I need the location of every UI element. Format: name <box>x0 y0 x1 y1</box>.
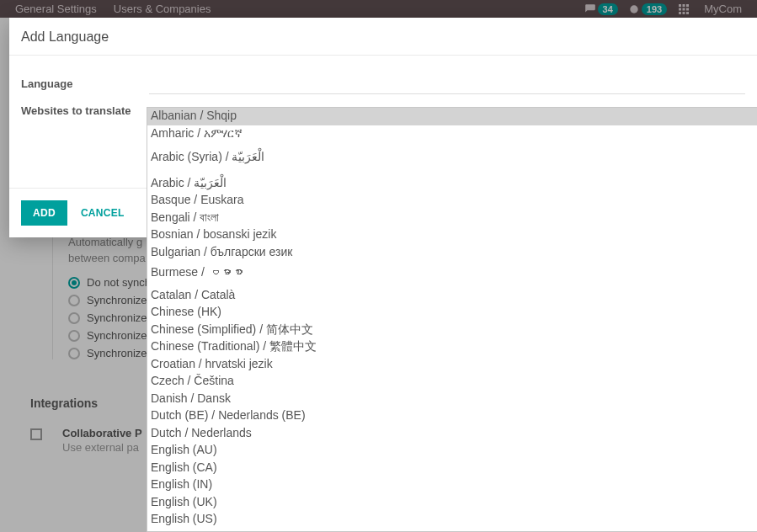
language-option[interactable]: Albanian / Shqip <box>147 108 757 125</box>
language-option[interactable]: Arabic (Syria) / الْعَرَبيّة <box>147 149 757 167</box>
language-input[interactable] <box>149 77 745 94</box>
language-option[interactable]: English (AU) <box>147 442 757 460</box>
label-language: Language <box>21 77 149 94</box>
language-option[interactable]: English (UK) <box>147 494 757 512</box>
language-option[interactable]: Arabic / الْعَرَبيّة <box>147 175 757 193</box>
language-option[interactable]: Catalan / Català <box>147 287 757 305</box>
cancel-button[interactable]: CANCEL <box>81 207 125 219</box>
language-option[interactable]: Estonian / Eesti keel <box>147 529 757 533</box>
language-option[interactable]: Danish / Dansk <box>147 391 757 408</box>
language-option[interactable]: Bengali / বাংলা <box>147 210 757 227</box>
language-option[interactable]: English (US) <box>147 511 757 529</box>
language-option[interactable]: Burmese / ဗမာစာ <box>147 264 757 282</box>
language-option[interactable]: Amharic / አምሃርኛ <box>147 125 757 143</box>
language-option[interactable]: Croatian / hrvatski jezik <box>147 356 757 374</box>
language-option[interactable]: Bulgarian / български език <box>147 244 757 262</box>
language-option[interactable]: Chinese (Simplified) / 简体中文 <box>147 322 757 339</box>
language-option[interactable]: Dutch / Nederlands <box>147 425 757 443</box>
language-option[interactable]: Chinese (Traditional) / 繁體中文 <box>147 338 757 356</box>
language-option[interactable]: Dutch (BE) / Nederlands (BE) <box>147 407 757 425</box>
language-option[interactable]: Basque / Euskara <box>147 192 757 210</box>
modal-title: Add Language <box>9 18 757 55</box>
language-option[interactable]: Bosnian / bosanski jezik <box>147 226 757 244</box>
language-option[interactable]: English (IN) <box>147 476 757 494</box>
language-option[interactable]: Czech / Čeština <box>147 373 757 391</box>
language-option[interactable]: Chinese (HK) <box>147 304 757 322</box>
add-button[interactable]: ADD <box>21 200 67 226</box>
language-dropdown[interactable]: Albanian / ShqipAmharic / አምሃርኛArabic (S… <box>147 107 757 532</box>
language-option[interactable]: English (CA) <box>147 460 757 477</box>
label-websites: Websites to translate <box>21 104 149 121</box>
